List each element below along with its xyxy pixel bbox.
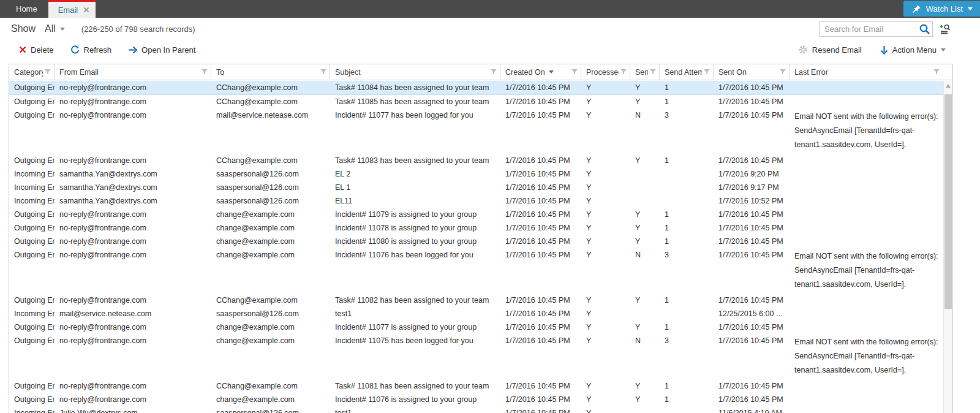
tab-home[interactable]: Home <box>5 0 48 18</box>
filter-icon[interactable] <box>570 69 578 75</box>
cell-to: change@example.com <box>211 208 330 221</box>
cell-category: Outgoing Email <box>9 208 55 221</box>
cell-sent: N <box>630 334 660 347</box>
cell-sent-on: 1/7/2016 10:45 PM <box>714 154 790 167</box>
show-filter-dropdown[interactable]: All <box>45 23 65 34</box>
column-header-last-error[interactable]: Last Error <box>790 64 943 80</box>
table-row[interactable]: Outgoing Emailno-reply@frontrange.comcha… <box>9 235 952 248</box>
table-row[interactable]: Incoming Emailsamantha.Yan@dextrys.comsa… <box>9 181 952 194</box>
cell-sent <box>630 167 660 171</box>
column-header-created-on[interactable]: Created On <box>500 64 581 80</box>
filter-icon[interactable] <box>619 69 627 75</box>
table-row[interactable]: Incoming Emailsamantha.Yan@dextrys.comsa… <box>9 167 952 181</box>
cell-created-on: 1/7/2016 10:45 PM <box>500 235 581 248</box>
cell-last-error <box>790 379 943 382</box>
delete-button[interactable]: Delete <box>19 45 54 55</box>
column-header-category[interactable]: Category <box>9 64 55 80</box>
open-in-parent-button[interactable]: Open In Parent <box>128 45 195 55</box>
cell-subject: EL11 <box>330 194 500 208</box>
cell-category: Outgoing Email <box>9 108 55 122</box>
cell-category: Incoming Email <box>9 181 55 194</box>
column-label: Sent <box>635 68 648 77</box>
table-row[interactable]: Outgoing Emailno-reply@frontrange.comCCh… <box>9 95 952 108</box>
column-label: Sent On <box>718 68 747 77</box>
tab-email[interactable]: Email <box>48 0 96 18</box>
cell-to: saaspersonal@126.com <box>211 181 330 194</box>
cell-send-attempts: 1 <box>660 221 714 235</box>
table-row[interactable]: Incoming Emailmail@service.netease.comsa… <box>9 307 952 320</box>
column-header-to[interactable]: To <box>211 64 330 80</box>
cell-to: change@example.com <box>211 334 330 347</box>
column-label: Created On <box>505 68 545 77</box>
watch-list-button[interactable]: Watch List <box>903 1 980 17</box>
cell-to: change@example.com <box>211 221 330 235</box>
search-icon[interactable] <box>919 23 930 35</box>
cell-to: CChang@example.com <box>211 81 330 94</box>
cell-sent: Y <box>630 154 660 167</box>
cell-processed: Y <box>581 108 630 122</box>
cell-from-email: no-reply@frontrange.com <box>55 95 211 108</box>
column-header-from-email[interactable]: From Email <box>55 64 211 80</box>
cell-created-on: 1/7/2016 10:45 PM <box>500 379 581 393</box>
chevron-down-icon <box>941 48 946 51</box>
table-row[interactable]: Outgoing Emailno-reply@frontrange.comCCh… <box>9 154 952 167</box>
table-row[interactable]: Outgoing Emailno-reply@frontrange.commai… <box>9 108 952 154</box>
cell-sent-on: 1/7/2016 10:45 PM <box>714 208 790 221</box>
records-summary: (226-250 of 798 search records) <box>81 25 195 34</box>
filter-icon[interactable] <box>318 69 326 75</box>
vertical-scrollbar[interactable] <box>943 81 952 413</box>
table-row[interactable]: Outgoing Emailno-reply@frontrange.comcha… <box>9 334 952 379</box>
column-header-sent[interactable]: Sent <box>630 64 660 80</box>
cell-from-email: no-reply@frontrange.com <box>55 221 211 235</box>
filter-icon[interactable] <box>778 69 786 75</box>
table-row[interactable]: Outgoing Emailno-reply@frontrange.comCCh… <box>9 379 952 393</box>
chevron-down-icon <box>60 28 65 31</box>
filter-icon[interactable] <box>702 69 710 75</box>
search-input[interactable] <box>819 21 933 37</box>
table-row[interactable]: Outgoing Emailno-reply@frontrange.comcha… <box>9 208 952 221</box>
cell-created-on: 1/7/2016 10:45 PM <box>500 294 581 307</box>
cell-to: mail@service.netease.com <box>211 108 330 122</box>
action-menu-button[interactable]: Action Menu <box>880 45 946 55</box>
cell-created-on: 1/7/2016 10:45 PM <box>500 167 581 181</box>
refresh-button[interactable]: Refresh <box>70 45 112 55</box>
resend-email-button[interactable]: Resend Email <box>798 45 862 55</box>
cell-to: saaspersonal@126.com <box>211 406 330 413</box>
cell-created-on: 1/7/2016 10:45 PM <box>500 81 581 94</box>
column-header-send-attempts[interactable]: Send Attem... <box>660 64 714 80</box>
cell-category: Outgoing Email <box>9 294 55 307</box>
cell-last-error <box>790 81 943 84</box>
cell-sent: Y <box>630 379 660 393</box>
saved-search-icon[interactable] <box>938 22 952 36</box>
filter-icon[interactable] <box>489 69 497 75</box>
table-row[interactable]: Incoming EmailJulie.Wu@dextrys.comsaaspe… <box>9 406 952 413</box>
close-icon[interactable] <box>83 7 89 13</box>
cell-category: Outgoing Email <box>9 393 55 406</box>
filter-icon[interactable] <box>200 69 208 75</box>
cell-subject: Incident# 11077 has been logged for you <box>330 108 500 122</box>
table-row[interactable]: Outgoing Emailno-reply@frontrange.comcha… <box>9 248 952 294</box>
column-header-subject[interactable]: Subject <box>330 64 500 80</box>
cell-processed: Y <box>581 235 630 248</box>
cell-last-error <box>790 95 943 98</box>
filter-icon[interactable] <box>43 69 51 75</box>
column-header-processed[interactable]: Processed <box>581 64 630 80</box>
table-row[interactable]: Outgoing Emailno-reply@frontrange.comCCh… <box>9 81 952 95</box>
scroll-up-icon[interactable] <box>946 84 951 88</box>
cell-processed: Y <box>581 248 630 262</box>
scrollbar-thumb[interactable] <box>944 94 952 309</box>
table-row[interactable]: Incoming Emailsamantha.Yan@dextrys.comsa… <box>9 194 952 208</box>
filter-icon[interactable] <box>648 69 656 75</box>
table-row[interactable]: Outgoing Emailno-reply@frontrange.comcha… <box>9 221 952 235</box>
table-row[interactable]: Outgoing Emailno-reply@frontrange.comcha… <box>9 320 952 334</box>
cell-sent-on: 1/7/2016 10:45 PM <box>714 95 790 108</box>
cell-created-on: 1/7/2016 10:45 PM <box>500 154 581 167</box>
cell-last-error: Email NOT sent with the following error(… <box>790 334 943 379</box>
cell-processed: Y <box>581 194 630 208</box>
column-header-sent-on[interactable]: Sent On <box>714 64 790 80</box>
table-row[interactable]: Outgoing Emailno-reply@frontrange.comCCh… <box>9 294 952 307</box>
filter-icon[interactable] <box>932 69 940 75</box>
table-row[interactable]: Outgoing Emailno-reply@frontrange.comcha… <box>9 393 952 406</box>
watch-list-label: Watch List <box>926 4 963 13</box>
cell-send-attempts: 1 <box>660 379 714 393</box>
